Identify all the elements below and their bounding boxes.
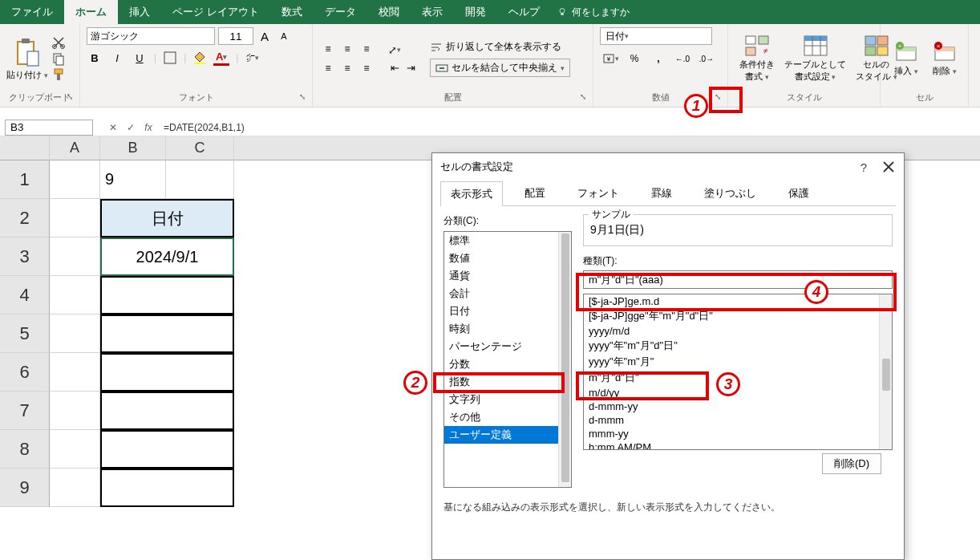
type-item[interactable]: m/d/yy [584,386,892,400]
font-color-button[interactable]: A [213,50,229,66]
fill-color-icon[interactable] [192,51,207,65]
font-name-input[interactable] [87,27,215,45]
cell-B2C2-merged[interactable]: 日付 [100,199,234,237]
tab-font[interactable]: フォント [567,181,630,205]
tab-border[interactable]: 罫線 [641,181,682,205]
bold-button[interactable]: B [87,50,103,66]
row-header-1[interactable]: 1 [0,160,50,199]
cell-C1[interactable] [166,160,234,199]
row-header-2[interactable]: 2 [0,199,50,237]
type-list[interactable]: [$-ja-JP]ge.m.d [$-ja-JP]gge"年"m"月"d"日" … [583,294,893,450]
enter-formula-icon[interactable]: ✓ [122,120,140,136]
tab-view[interactable]: 表示 [411,0,454,24]
row-header-3[interactable]: 3 [0,237,50,276]
cell-A7[interactable] [50,392,100,430]
category-time[interactable]: 時刻 [444,320,571,338]
row-header-8[interactable]: 8 [0,430,50,469]
tab-review[interactable]: 校閲 [367,0,411,24]
row-header-5[interactable]: 5 [0,314,50,353]
align-right-icon[interactable]: ≡ [358,59,375,77]
italic-button[interactable]: I [109,50,125,66]
cell-B9C9[interactable] [100,469,234,507]
type-list-scrollbar[interactable] [879,294,892,449]
formula-input[interactable]: =DATE(2024,B1,1) [157,122,251,133]
delete-cells-button[interactable]: × 削除 [925,41,964,77]
orientation-icon[interactable]: ⤢ [387,42,403,58]
indent-increase-icon[interactable]: ⇥ [403,59,419,75]
row-header-6[interactable]: 6 [0,353,50,392]
cell-B8C8[interactable] [100,430,234,469]
cell-B3C3-merged[interactable]: 2024/9/1 [100,237,234,276]
cell-A4[interactable] [50,276,100,314]
type-item[interactable]: [$-ja-JP]gge"年"m"月"d"日" [584,308,892,324]
type-item[interactable]: yyyy"年"m"月" [584,354,892,370]
tab-formulas[interactable]: 数式 [270,0,314,24]
tab-insert[interactable]: 挿入 [118,0,161,24]
category-text[interactable]: 文字列 [444,391,571,408]
row-header-7[interactable]: 7 [0,392,50,430]
row-header-4[interactable]: 4 [0,276,50,314]
percent-icon[interactable]: % [624,50,645,67]
font-size-input[interactable] [218,27,253,45]
tab-fill[interactable]: 塗りつぶし [694,181,767,205]
select-all-corner[interactable] [0,136,50,160]
category-number[interactable]: 数値 [444,250,571,267]
cut-icon[interactable] [51,35,66,50]
type-item[interactable]: m"月"d"日" [584,370,892,386]
cell-A2[interactable] [50,199,100,237]
cell-B4C4[interactable] [100,276,234,314]
type-item[interactable]: yyyy/m/d [584,324,892,338]
fx-icon[interactable]: fx [140,120,157,136]
col-header-A[interactable]: A [50,136,100,160]
indent-decrease-icon[interactable]: ⇤ [387,59,403,75]
wrap-text-button[interactable]: 折り返して全体を表示する [430,40,570,54]
format-painter-icon[interactable] [51,67,66,82]
cell-A8[interactable] [50,430,100,469]
tab-protection[interactable]: 保護 [778,181,820,205]
category-percentage[interactable]: パーセンテージ [444,338,571,355]
clipboard-dialog-launcher[interactable]: ⤡ [67,92,78,103]
alignment-dialog-launcher[interactable]: ⤡ [580,92,591,103]
category-date[interactable]: 日付 [444,302,571,320]
increase-font-icon[interactable]: A [257,28,273,44]
cell-B5C5[interactable] [100,314,234,353]
tab-alignment[interactable]: 配置 [514,181,556,205]
tab-number-format[interactable]: 表示形式 [440,181,503,206]
tab-page-layout[interactable]: ページ レイアウト [161,0,270,24]
delete-format-button[interactable]: 削除(D) [822,453,881,474]
conditional-format-button[interactable]: ≠ 条件付き 書式 [735,34,780,83]
align-bottom-icon[interactable]: ≡ [358,40,375,58]
type-item[interactable]: h:mm AM/PM [584,440,892,450]
paste-button[interactable]: 貼り付け [6,37,48,81]
phonetic-icon[interactable]: ㌻ [245,50,261,66]
accounting-format-icon[interactable]: ¥ [600,50,621,67]
tab-home[interactable]: ホーム [64,0,118,24]
type-item[interactable]: d-mmm [584,413,892,427]
category-standard[interactable]: 標準 [444,232,571,250]
tell-me-search[interactable]: 何をしますか [557,6,630,19]
category-fraction[interactable]: 分数 [444,355,571,373]
type-item[interactable]: d-mmm-yy [584,400,892,413]
insert-cells-button[interactable]: + 挿入 [887,41,925,77]
cell-A9[interactable] [50,469,100,507]
cell-A6[interactable] [50,353,100,392]
tab-help[interactable]: ヘルプ [497,0,551,24]
tab-file[interactable]: ファイル [0,0,64,24]
format-as-table-button[interactable]: テーブルとして 書式設定 [780,34,851,83]
type-item[interactable]: mmm-yy [584,427,892,440]
cell-B1[interactable]: 9 [100,160,166,199]
type-item[interactable]: yyyy"年"m"月"d"日" [584,338,892,354]
cell-A1[interactable] [50,160,100,199]
tab-developer[interactable]: 開発 [454,0,497,24]
category-custom[interactable]: ユーザー定義 [444,426,571,444]
type-input[interactable] [583,270,893,289]
cell-B7C7[interactable] [100,392,234,430]
cell-A5[interactable] [50,314,100,353]
font-dialog-launcher[interactable]: ⤡ [299,92,310,103]
number-format-dropdown[interactable]: 日付 [600,27,712,45]
cell-A3[interactable] [50,237,100,276]
category-currency[interactable]: 通貨 [444,267,571,285]
align-top-icon[interactable]: ≡ [319,40,337,58]
number-dialog-launcher[interactable]: ⤡ [715,92,726,103]
merge-center-button[interactable]: セルを結合して中央揃え [430,59,570,77]
